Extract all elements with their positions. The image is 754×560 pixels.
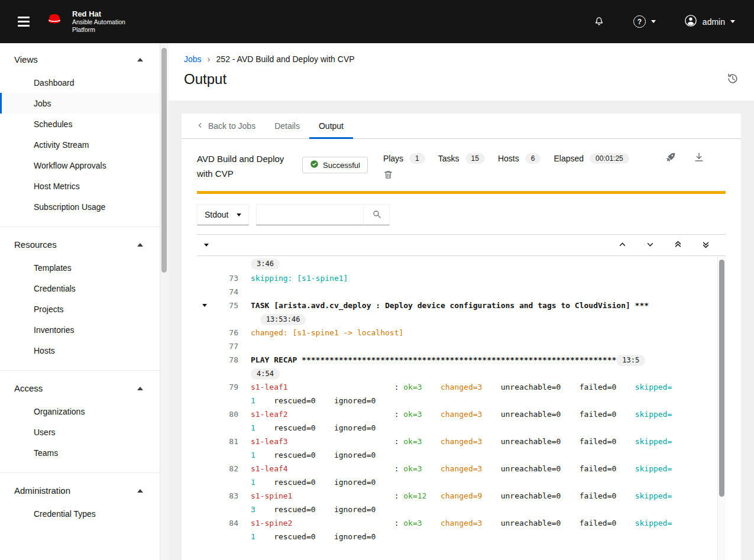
sidebar-item-credential-types[interactable]: Credential Types xyxy=(0,503,160,524)
nav-group-label: Access xyxy=(14,383,43,393)
line-text: skipping: [s1-spine1] xyxy=(238,271,716,285)
tab-details[interactable]: Details xyxy=(265,114,309,138)
stat-plays-badge: 1 xyxy=(409,153,425,164)
user-menu-button[interactable]: admin xyxy=(681,14,739,30)
rocket-icon xyxy=(665,152,676,164)
line-number[interactable]: 74 xyxy=(212,285,238,299)
trash-icon xyxy=(383,170,393,182)
sidebar-item-workflow-approvals[interactable]: Workflow Approvals xyxy=(0,155,160,176)
chevron-down-icon xyxy=(651,20,656,23)
angle-double-up-icon xyxy=(674,240,682,251)
tab-back-to-jobs[interactable]: Back to Jobs xyxy=(187,114,265,138)
bell-icon xyxy=(593,15,605,28)
nav-group-views[interactable]: Views xyxy=(0,47,160,72)
output-line: 76changed: [s1-spine1 -> localhost] xyxy=(197,326,716,339)
line-number[interactable]: 82 xyxy=(212,462,238,475)
sidebar: ViewsDashboardJobsSchedulesActivity Stre… xyxy=(0,43,160,560)
line-number[interactable]: 78 xyxy=(212,353,238,367)
sidebar-item-subscription-usage[interactable]: Subscription Usage xyxy=(0,196,160,217)
line-number[interactable]: 84 xyxy=(212,516,238,530)
timestamp-badge: 13:5 xyxy=(616,355,645,366)
nav-toggle-button[interactable] xyxy=(15,12,32,31)
line-text: s1-leaf2 : ok=3 changed=3 unreachable=0 … xyxy=(238,407,716,435)
user-icon xyxy=(684,14,697,29)
line-number[interactable]: 77 xyxy=(212,339,238,353)
nav-group-administration[interactable]: Administration xyxy=(0,478,160,503)
chevron-up-icon xyxy=(137,387,143,390)
sidebar-item-users[interactable]: Users xyxy=(0,422,160,442)
line-number[interactable]: 76 xyxy=(212,326,238,339)
help-menu-button[interactable]: ? xyxy=(630,15,659,28)
output-line: 73skipping: [s1-spine1] xyxy=(197,271,716,285)
sidebar-item-hosts[interactable]: Hosts xyxy=(0,340,160,361)
search-button[interactable] xyxy=(364,204,390,225)
brand-line-2: Ansible Automation xyxy=(72,18,125,26)
output-line: 82s1-leaf4 : ok=3 changed=3 unreachable=… xyxy=(197,462,716,489)
scroll-next-button[interactable] xyxy=(646,240,655,251)
scroll-previous-button[interactable] xyxy=(618,240,627,251)
sidebar-item-inventories[interactable]: Inventories xyxy=(0,319,160,340)
tab-output[interactable]: Output xyxy=(309,114,353,138)
stat-hosts: Hosts 6 xyxy=(498,153,541,164)
sidebar-item-activity-stream[interactable]: Activity Stream xyxy=(0,134,160,155)
notifications-button[interactable] xyxy=(590,14,609,29)
output-line: 74 xyxy=(197,285,716,299)
line-text: TASK [arista.avd.cv_deploy : Deploy devi… xyxy=(238,299,716,326)
scroll-first-button[interactable] xyxy=(674,240,682,251)
breadcrumb-current: 252 - AVD Build and Deploy with CVP xyxy=(216,54,355,64)
sidebar-item-projects[interactable]: Projects xyxy=(0,299,160,319)
output-scrollbar[interactable] xyxy=(717,256,726,560)
line-number[interactable]: 75 xyxy=(212,299,238,312)
sidebar-item-schedules[interactable]: Schedules xyxy=(0,114,160,134)
job-output-card: Back to Jobs Details Output AVD Build an… xyxy=(182,114,741,560)
delete-job-button[interactable] xyxy=(383,170,393,182)
output-filter-select[interactable]: Stdout xyxy=(197,204,249,225)
expand-collapse-toggle[interactable] xyxy=(204,244,209,247)
scroll-last-button[interactable] xyxy=(701,240,710,251)
stat-plays: Plays 1 xyxy=(383,153,425,164)
breadcrumb-separator-icon: › xyxy=(208,54,211,64)
output-line: 80s1-leaf2 : ok=3 changed=3 unreachable=… xyxy=(197,407,716,435)
nav-group-resources[interactable]: Resources xyxy=(0,232,160,257)
line-number[interactable]: 80 xyxy=(212,407,238,421)
stat-elapsed: Elapsed 00:01:25 xyxy=(554,153,629,164)
sidebar-item-organizations[interactable]: Organizations xyxy=(0,401,160,422)
line-text: s1-leaf1 : ok=3 changed=3 unreachable=0 … xyxy=(238,380,716,407)
search-input[interactable] xyxy=(256,204,364,225)
relaunch-button[interactable] xyxy=(665,152,676,164)
caret-down-icon xyxy=(237,213,241,216)
timestamp-badge: 3:46 xyxy=(251,258,280,270)
line-number[interactable]: 73 xyxy=(212,271,238,285)
breadcrumb-jobs-link[interactable]: Jobs xyxy=(184,54,202,64)
sidebar-item-templates[interactable]: Templates xyxy=(0,257,160,278)
sidebar-item-teams[interactable]: Teams xyxy=(0,442,160,463)
check-circle-icon xyxy=(310,160,319,170)
nav-group-label: Views xyxy=(14,54,38,64)
sidebar-item-host-metrics[interactable]: Host Metrics xyxy=(0,176,160,196)
history-button[interactable] xyxy=(727,73,739,86)
download-icon xyxy=(694,152,704,164)
line-number[interactable]: 79 xyxy=(212,380,238,394)
sidebar-item-credentials[interactable]: Credentials xyxy=(0,278,160,299)
sidebar-item-dashboard[interactable]: Dashboard xyxy=(0,72,160,93)
line-number[interactable]: 81 xyxy=(212,435,238,448)
nav-group-access[interactable]: Access xyxy=(0,376,160,401)
angle-down-icon xyxy=(646,240,655,251)
angle-left-icon xyxy=(197,121,203,131)
line-number[interactable]: 83 xyxy=(212,489,238,503)
download-output-button[interactable] xyxy=(694,152,704,164)
caret-down-icon xyxy=(204,244,209,247)
line-expander-icon[interactable] xyxy=(197,299,212,312)
breadcrumb: Jobs › 252 - AVD Build and Deploy with C… xyxy=(184,54,739,64)
sidebar-item-jobs[interactable]: Jobs xyxy=(0,93,160,114)
output-pane: 3:4673skipping: [s1-spine1]7475TASK [ari… xyxy=(197,234,726,560)
output-line: 75TASK [arista.avd.cv_deploy : Deploy de… xyxy=(197,299,716,326)
output-scrollbar-thumb[interactable] xyxy=(719,260,724,497)
sidebar-scrollbar-thumb[interactable] xyxy=(161,48,167,273)
sidebar-scrollbar[interactable] xyxy=(160,43,169,560)
angle-double-down-icon xyxy=(701,240,710,251)
job-header: AVD Build and Deploy with CVP Successful… xyxy=(182,139,741,184)
line-text: PLAY RECAP *****************************… xyxy=(238,353,716,380)
main-content: Jobs › 252 - AVD Build and Deploy with C… xyxy=(169,43,754,560)
output-line: 81s1-leaf3 : ok=3 changed=3 unreachable=… xyxy=(197,435,716,462)
